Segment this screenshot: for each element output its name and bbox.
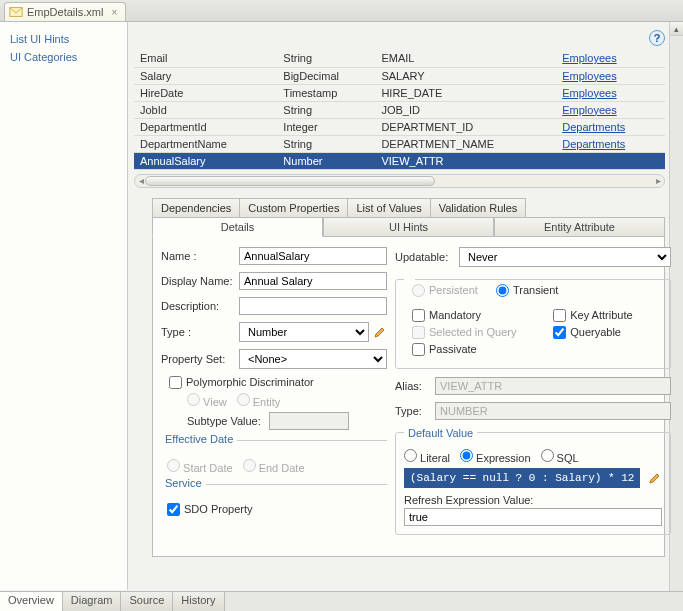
sdo-label: SDO Property [184,503,252,515]
updatable-label: Updatable: [395,251,459,263]
display-name-label: Display Name: [161,275,239,287]
sdo-checkbox[interactable] [167,503,180,516]
tab-custom-properties[interactable]: Custom Properties [239,198,348,217]
bottom-tab-diagram[interactable]: Diagram [63,592,122,611]
key-attribute-label: Key Attribute [570,309,632,321]
mandatory-label: Mandatory [429,309,481,321]
sql-label: SQL [557,452,579,464]
scroll-right-icon[interactable]: ▸ [652,175,664,187]
entity-radio-label: Entity [253,396,281,408]
transient-radio[interactable] [496,284,509,297]
sidebar-item-ui-categories[interactable]: UI Categories [6,48,121,66]
bottom-tab-history[interactable]: History [173,592,224,611]
attr-ent[interactable]: Employees [556,67,665,84]
alias-input [435,377,671,395]
table-row[interactable]: DepartmentNameStringDEPARTMENT_NAMEDepar… [134,135,665,152]
updatable-select[interactable]: Never [459,247,671,267]
attribute-table[interactable]: EmailStringEMAILEmployeesSalaryBigDecima… [134,50,665,170]
property-set-select[interactable]: <None> [239,349,387,369]
table-row[interactable]: DepartmentIdIntegerDEPARTMENT_IDDepartme… [134,118,665,135]
attr-col: SALARY [375,67,556,84]
attr-name: JobId [134,101,277,118]
tab-list-of-values[interactable]: List of Values [347,198,430,217]
polymorphic-label: Polymorphic Discriminator [186,376,314,388]
tab-ui-hints[interactable]: UI Hints [323,218,494,237]
table-row[interactable]: JobIdStringJOB_IDEmployees [134,101,665,118]
attr-ent[interactable]: Departments [556,135,665,152]
end-date-label: End Date [259,462,305,474]
passivate-label: Passivate [429,343,477,355]
description-input[interactable] [239,297,387,315]
entity-radio [237,393,250,406]
attr-name: Email [134,50,277,67]
attr-name: DepartmentId [134,118,277,135]
selected-in-query-label: Selected in Query [429,326,516,338]
details-panel: Name : Display Name: Description: Type :… [152,237,665,557]
scrollbar-thumb[interactable] [145,176,435,186]
view-radio [187,393,200,406]
default-value-legend: Default Value [404,427,477,439]
name-input[interactable] [239,247,387,265]
name-label: Name : [161,250,239,262]
key-attribute-checkbox[interactable] [553,309,566,322]
horizontal-scrollbar[interactable]: ◂ ▸ [134,174,665,188]
attr-col: JOB_ID [375,101,556,118]
end-date-radio [243,459,256,472]
attr-name: Salary [134,67,277,84]
bottom-tab-overview[interactable]: Overview [0,592,63,611]
attr-ent[interactable]: Employees [556,84,665,101]
service-legend: Service [161,477,206,489]
mandatory-checkbox[interactable] [412,309,425,322]
help-icon[interactable]: ? [649,30,665,46]
attr-col: HIRE_DATE [375,84,556,101]
tab-validation-rules[interactable]: Validation Rules [430,198,527,217]
edit-type-icon[interactable] [373,325,387,339]
attr-ent[interactable]: Employees [556,50,665,67]
sidebar-item-list-ui-hints[interactable]: List UI Hints [6,30,121,48]
attr-name: DepartmentName [134,135,277,152]
table-row[interactable]: EmailStringEMAILEmployees [134,50,665,67]
expression-label: Expression [476,452,530,464]
table-row[interactable]: AnnualSalaryNumberVIEW_ATTR [134,152,665,169]
attr-type: String [277,135,375,152]
attr-type: Timestamp [277,84,375,101]
edit-expression-icon[interactable] [648,471,662,485]
bottom-tabs: Overview Diagram Source History [0,591,683,611]
start-date-radio [167,459,180,472]
refresh-label: Refresh Expression Value: [404,494,662,506]
passivate-checkbox[interactable] [412,343,425,356]
literal-label: Literal [420,452,450,464]
table-row[interactable]: SalaryBigDecimalSALARYEmployees [134,67,665,84]
subtype-input [269,412,349,430]
attr-type: Integer [277,118,375,135]
polymorphic-checkbox[interactable] [169,376,182,389]
persistent-radio [412,284,425,297]
sql-radio[interactable] [541,449,554,462]
refresh-input[interactable] [404,508,662,526]
literal-radio[interactable] [404,449,417,462]
attr-col: DEPARTMENT_NAME [375,135,556,152]
tab-dependencies[interactable]: Dependencies [152,198,240,217]
view-radio-label: View [203,396,227,408]
attr-type: String [277,50,375,67]
lower-subtabs: Details UI Hints Entity Attribute [152,217,665,237]
table-row[interactable]: HireDateTimestampHIRE_DATEEmployees [134,84,665,101]
close-icon[interactable]: × [111,7,117,18]
default-value-group: Default Value Literal Expression SQL (Sa… [395,427,671,535]
tab-details[interactable]: Details [152,218,323,237]
queryable-checkbox[interactable] [553,326,566,339]
selected-in-query-checkbox [412,326,425,339]
expression-radio[interactable] [460,449,473,462]
attr-ent[interactable]: Departments [556,118,665,135]
type-select[interactable]: Number [239,322,369,342]
tab-entity-attribute[interactable]: Entity Attribute [494,218,665,237]
expression-input[interactable]: (Salary == null ? 0 : Salary) * 12 [404,468,640,488]
attr-type: BigDecimal [277,67,375,84]
persistent-label: Persistent [429,284,478,296]
display-name-input[interactable] [239,272,387,290]
file-tab[interactable]: EmpDetails.xml × [4,2,126,21]
start-date-label: Start Date [183,462,233,474]
alias-label: Alias: [395,380,435,392]
bottom-tab-source[interactable]: Source [121,592,173,611]
attr-ent[interactable]: Employees [556,101,665,118]
